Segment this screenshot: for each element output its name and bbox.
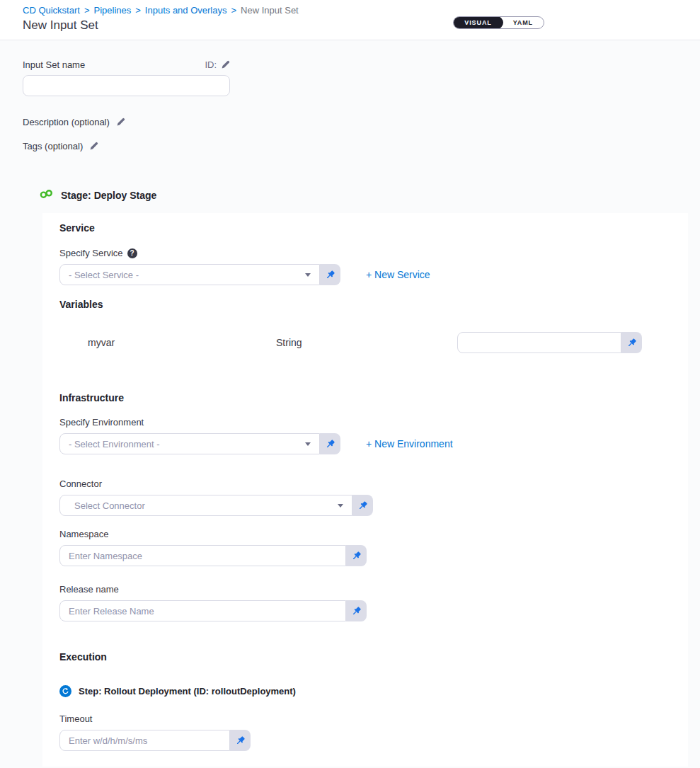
release-runtime-pin-button[interactable] (346, 600, 367, 621)
tab-visual[interactable]: VISUAL (453, 16, 503, 29)
connector-label: Connector (59, 478, 102, 489)
visual-yaml-toggle: VISUAL YAML (453, 16, 544, 29)
service-select[interactable]: - Select Service - (59, 264, 320, 285)
chevron-down-icon (305, 273, 311, 277)
service-select-placeholder: - Select Service - (69, 270, 139, 280)
rollout-step-icon (59, 685, 71, 697)
page-header: CD Quickstart > Pipelines > Inputs and O… (0, 0, 700, 40)
step-title: Step: Rollout Deployment (ID: rolloutDep… (79, 686, 296, 697)
specify-service-label: Specify Service (59, 248, 123, 258)
input-set-name-field[interactable] (23, 75, 230, 96)
environment-runtime-pin-button[interactable] (320, 433, 340, 454)
connector-select[interactable]: Select Connector (59, 495, 352, 516)
variable-value-field[interactable] (457, 332, 621, 353)
description-label: Description (optional) (23, 117, 110, 127)
infrastructure-section-header: Infrastructure (59, 392, 671, 403)
edit-id-pencil-icon[interactable] (221, 60, 230, 69)
step-header: Step: Rollout Deployment (ID: rolloutDep… (59, 685, 671, 697)
breadcrumb: CD Quickstart > Pipelines > Inputs and O… (23, 5, 700, 16)
pin-icon (357, 500, 368, 511)
pin-icon (325, 439, 335, 449)
stage-inputs-card: Service Specify Service ? - Select Servi… (42, 213, 688, 767)
tab-yaml[interactable]: YAML (503, 17, 544, 28)
stage-title: Stage: Deploy Stage (61, 190, 156, 201)
cd-stage-icon (40, 189, 53, 201)
pin-icon (626, 338, 637, 348)
breadcrumb-separator: > (135, 5, 141, 16)
namespace-runtime-pin-button[interactable] (346, 545, 367, 566)
chevron-down-icon (338, 504, 343, 508)
pin-icon (325, 270, 335, 280)
timeout-field[interactable] (59, 730, 230, 751)
variable-name: myvar (88, 337, 276, 348)
help-icon[interactable]: ? (127, 248, 137, 258)
stage-header: Stage: Deploy Stage (40, 189, 700, 201)
chevron-down-icon (305, 442, 311, 446)
new-environment-link[interactable]: + New Environment (366, 438, 453, 449)
connector-select-placeholder: Select Connector (74, 500, 145, 511)
release-name-field[interactable] (59, 600, 346, 621)
execution-section-header: Execution (59, 651, 671, 663)
environment-select-placeholder: - Select Environment - (69, 439, 160, 449)
breadcrumb-cd-quickstart[interactable]: CD Quickstart (23, 5, 80, 16)
service-runtime-pin-button[interactable] (320, 264, 340, 285)
input-set-name-label: Input Set name (23, 59, 85, 70)
variable-row: myvar String (88, 332, 671, 353)
timeout-label: Timeout (59, 713, 92, 724)
namespace-field[interactable] (59, 545, 346, 566)
release-name-label: Release name (59, 584, 119, 595)
breadcrumb-separator: > (84, 5, 90, 16)
edit-description-pencil-icon[interactable] (116, 118, 125, 127)
id-label: ID: (205, 59, 217, 70)
new-service-link[interactable]: + New Service (366, 269, 430, 280)
input-set-meta-form: Input Set name ID: Description (optional… (0, 40, 700, 151)
timeout-runtime-pin-button[interactable] (230, 730, 251, 751)
page-title: New Input Set (23, 18, 700, 33)
breadcrumb-inputs-overlays[interactable]: Inputs and Overlays (145, 5, 227, 16)
edit-tags-pencil-icon[interactable] (89, 142, 98, 151)
environment-select[interactable]: - Select Environment - (59, 433, 320, 454)
tags-label: Tags (optional) (23, 141, 83, 151)
specify-environment-label: Specify Environment (59, 417, 144, 428)
breadcrumb-separator: > (231, 5, 236, 16)
service-section-header: Service (59, 222, 671, 234)
variables-section-header: Variables (59, 299, 671, 310)
pin-icon (235, 735, 246, 746)
connector-runtime-pin-button[interactable] (352, 495, 373, 516)
pin-icon (351, 606, 362, 617)
variable-type: String (276, 337, 457, 348)
breadcrumb-current: New Input Set (241, 5, 299, 16)
namespace-label: Namespace (59, 529, 108, 539)
variable-runtime-pin-button[interactable] (621, 332, 642, 353)
pin-icon (351, 551, 362, 561)
breadcrumb-pipelines[interactable]: Pipelines (94, 5, 132, 16)
